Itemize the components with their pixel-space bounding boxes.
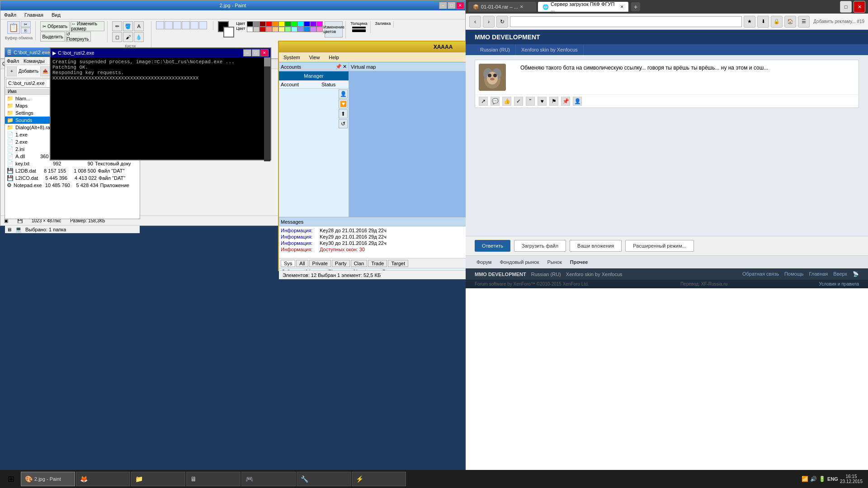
color2-swatch[interactable] <box>223 27 234 38</box>
refresh-btn[interactable]: ↻ <box>496 16 508 28</box>
shape-line[interactable] <box>156 21 164 29</box>
swatch-rose[interactable] <box>316 27 323 32</box>
swatch-cyan[interactable] <box>297 21 304 27</box>
taskbar-item-firefox[interactable]: 🦊 <box>76 472 130 486</box>
footer-terms[interactable]: Условия и правила <box>819 282 859 286</box>
tab1-close[interactable]: ✕ <box>520 5 524 9</box>
downloads-btn[interactable]: ⬇ <box>757 16 769 28</box>
shape-tri[interactable] <box>190 21 198 29</box>
settings-btn[interactable]: ☰ <box>798 16 810 28</box>
tab2-close[interactable]: ✕ <box>620 5 624 9</box>
action-heart[interactable]: ♥ <box>538 97 547 106</box>
swatch-blue[interactable] <box>304 21 310 27</box>
action-pin[interactable]: 📌 <box>561 97 570 106</box>
swatch-lightblue[interactable] <box>297 27 304 32</box>
paint-menu-home[interactable]: Главная <box>23 11 45 19</box>
cmd-minimize[interactable]: – <box>243 49 251 56</box>
browser-tab-2[interactable]: 🌐 Сервер загрузок ПКФ ФГУП ... ✕ <box>538 2 628 12</box>
swatch-gray[interactable] <box>253 21 259 27</box>
footer-top[interactable]: Вверх <box>833 271 847 277</box>
resize-btn[interactable]: ↔ Изменить размер <box>71 21 104 31</box>
fe-menu-file[interactable]: Файл <box>7 58 19 64</box>
paint-menu-view[interactable]: Вид <box>50 11 62 19</box>
msg-tab-clan[interactable]: Clan <box>351 260 368 267</box>
swatch-lightgreen[interactable] <box>285 27 291 32</box>
xaaaa-menu-system[interactable]: System <box>282 54 302 61</box>
advanced-btn[interactable]: Расширенный режим... <box>625 240 693 252</box>
address-bar[interactable] <box>510 16 742 27</box>
fe-extract-btn[interactable]: 📤 <box>40 66 50 76</box>
swatch-black[interactable] <box>247 21 253 27</box>
swatch-red[interactable] <box>266 21 272 27</box>
forum-nav-other[interactable]: Прочее <box>568 258 590 266</box>
accounts-pin-btn[interactable]: 📌 <box>335 64 342 70</box>
taskbar-item-paint[interactable]: 🎨 2.jpg - Paint <box>21 472 75 486</box>
footer-feedback[interactable]: Обратная связь <box>742 271 779 277</box>
pencil-tool[interactable]: ✏ <box>112 21 122 31</box>
nav-item-xenfocus[interactable]: Xenforo skin by Xenfocus <box>516 44 584 55</box>
cmd-scroll-thumb[interactable] <box>264 57 270 66</box>
action-quote[interactable]: " <box>526 97 535 106</box>
close-window-btn[interactable]: ✕ <box>854 1 865 13</box>
swatch-lavender[interactable] <box>310 27 316 32</box>
trim-btn[interactable]: ✂ Обрезать <box>40 21 70 31</box>
footer-rss-icon[interactable]: 📡 <box>853 271 859 277</box>
msg-tab-party[interactable]: Party <box>332 260 350 267</box>
forum-nav-stock[interactable]: Фондовый рынок <box>498 258 541 266</box>
picker-tool[interactable]: 💧 <box>134 32 144 42</box>
fe-item-l2ico[interactable]: 💾 L2ICO.dat 5 445 396 4 413 022 Файл "DA… <box>5 174 140 182</box>
new-tab-btn[interactable]: + <box>631 2 640 11</box>
shape-poly[interactable] <box>199 21 207 29</box>
action-user[interactable]: 👤 <box>573 97 582 106</box>
rotate-btn[interactable]: ↺ Повернуть <box>66 32 91 42</box>
footer-help[interactable]: Помощь <box>784 271 804 277</box>
xaaaa-menu-view[interactable]: View <box>307 54 322 61</box>
fe-add-btn[interactable]: + <box>7 66 17 76</box>
msg-tab-private[interactable]: Private <box>309 260 331 267</box>
taskbar-item-explorer[interactable]: 📁 <box>131 472 185 486</box>
msg-tab-trade[interactable]: Trade <box>368 260 387 267</box>
start-button[interactable]: ⊞ <box>2 471 20 487</box>
swatch-green[interactable] <box>285 21 291 27</box>
taskbar-item-tool2[interactable]: ⚡ <box>352 472 406 486</box>
tray-language[interactable]: ENG <box>827 476 838 482</box>
attachments-btn[interactable]: Ваши вложения <box>570 240 622 252</box>
forward-btn[interactable]: › <box>483 16 495 28</box>
upload-btn[interactable]: Загрузить файл <box>514 240 566 252</box>
cmd-scrollbar[interactable] <box>264 57 270 161</box>
action-comment[interactable]: 💬 <box>491 97 500 106</box>
fe-item-notepad[interactable]: ⚙ Notepad.exe 10 485 760 5 428 434 Прило… <box>5 182 140 189</box>
nav-item-russian[interactable]: Russian (RU) <box>475 44 516 55</box>
swatch-peach[interactable] <box>272 27 278 32</box>
swatch-lightyellow[interactable] <box>278 27 285 32</box>
swatch-darkred2[interactable] <box>259 27 266 32</box>
home-btn[interactable]: 🏠 <box>784 16 796 28</box>
taskbar-item-control[interactable]: 🖥 <box>186 472 241 486</box>
edit-colors-btn[interactable]: Изменениецветов <box>325 21 343 38</box>
xaaaa-menu-help[interactable]: Help <box>327 54 341 61</box>
paste-btn[interactable]: 📋 <box>7 21 20 34</box>
account-refresh-btn[interactable]: ↺ <box>339 119 348 128</box>
swatch-darkred[interactable] <box>259 21 266 27</box>
paint-close[interactable]: ✕ <box>456 2 464 9</box>
taskbar-item-tool1[interactable]: 🔧 <box>297 472 351 486</box>
msg-tab-sys[interactable]: Sys <box>281 260 295 267</box>
fe-item-l2db[interactable]: 💾 L2DB.dat 8 157 155 1 008 500 Файл "DAT… <box>5 167 140 174</box>
paint-minimize[interactable]: – <box>439 2 447 9</box>
swatch-yellow[interactable] <box>278 21 285 27</box>
fill-tool[interactable]: 🪣 <box>123 21 133 31</box>
footer-main[interactable]: Главная <box>809 271 828 277</box>
copy-btn[interactable]: ⎘ <box>21 28 31 33</box>
cmd-close[interactable]: ✕ <box>260 49 269 56</box>
browser-tab-1[interactable]: 📦 01-01-04.rar – ... ✕ <box>468 2 536 12</box>
eraser-tool[interactable]: ◻ <box>112 32 122 42</box>
add-account-btn[interactable]: 👤 <box>339 89 348 99</box>
action-like[interactable]: 👍 <box>502 97 511 106</box>
thickness-line2[interactable] <box>352 29 366 32</box>
swatch-orange[interactable] <box>272 21 278 27</box>
shape-rect[interactable] <box>173 21 181 29</box>
account-up-btn[interactable]: ⬆ <box>339 109 348 118</box>
fe-menu-commands[interactable]: Команды <box>24 58 45 64</box>
action-check[interactable]: ✓ <box>514 97 523 106</box>
swatch-lime[interactable] <box>291 21 297 27</box>
